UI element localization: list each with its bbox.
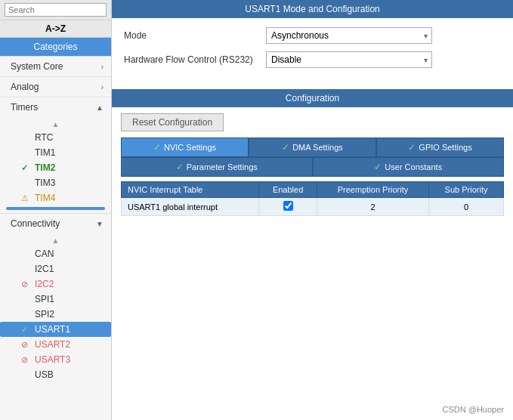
check-icon-dma: ✓ <box>282 142 289 153</box>
chevron-icon: ▲ <box>96 103 104 112</box>
interrupt-name: USART1 global interrupt <box>122 198 259 216</box>
table-header-interrupt: NVIC Interrupt Table <box>122 182 259 198</box>
chevron-icon: › <box>101 63 104 71</box>
sub-priority-cell: 0 <box>429 198 504 216</box>
sidebar-item-spi2[interactable]: SPI2 <box>0 307 111 322</box>
status-icon-usart1: ✓ <box>21 325 32 335</box>
status-icon-tim2: ✓ <box>21 163 32 173</box>
sidebar-group-connectivity[interactable]: Connectivity ▼ <box>0 213 111 233</box>
enabled-checkbox[interactable] <box>283 201 293 211</box>
tab-parameter-settings[interactable]: ✓ Parameter Settings <box>121 157 313 177</box>
sidebar-item-usart1[interactable]: ✓ USART1 <box>0 322 111 337</box>
config-tabs-row1: ✓ NVIC Settings ✓ DMA Settings ✓ GPIO Se… <box>121 137 504 157</box>
sidebar-item-tim1[interactable]: TIM1 <box>0 145 111 160</box>
sidebar-item-tim2[interactable]: ✓ TIM2 <box>0 160 111 175</box>
connectivity-items: ▲ CAN I2C1 ⊘ I2C2 SPI1 SPI2 ✓ USART1 ⊘ U… <box>0 233 111 384</box>
main-content: USART1 Mode and Configuration Mode Async… <box>112 0 513 420</box>
mode-row: Mode Asynchronous Synchronous Disable <box>124 27 501 44</box>
sidebar-item-i2c2[interactable]: ⊘ I2C2 <box>0 276 111 292</box>
config-body: Reset Configuration ✓ NVIC Settings ✓ DM… <box>112 107 513 222</box>
scroll-up-indicator: ▲ <box>0 119 111 130</box>
scroll-up-indicator-conn: ▲ <box>0 235 111 246</box>
sidebar-item-usart2[interactable]: ⊘ USART2 <box>0 337 111 352</box>
preemption-cell: 2 <box>317 198 429 216</box>
enabled-cell <box>259 198 317 216</box>
chevron-icon: › <box>101 83 104 91</box>
check-icon-user: ✓ <box>374 162 382 172</box>
mode-label: Mode <box>124 30 260 41</box>
tab-dma-settings[interactable]: ✓ DMA Settings <box>249 137 376 157</box>
status-icon-usart2: ⊘ <box>21 340 32 350</box>
search-bar <box>0 0 111 20</box>
sidebar-item-rtc[interactable]: RTC <box>0 130 111 145</box>
flow-control-select-wrapper: Disable CTS Only RTS Only CTS/RTS <box>266 51 432 68</box>
progress-bar-timers <box>6 207 105 210</box>
check-icon-nvic: ✓ <box>153 142 161 153</box>
flow-control-select[interactable]: Disable CTS Only RTS Only CTS/RTS <box>266 51 432 68</box>
tab-nvic-settings[interactable]: ✓ NVIC Settings <box>121 137 249 157</box>
sidebar: A->Z Categories System Core › Analog › T… <box>0 0 112 420</box>
status-icon-usart3: ⊘ <box>21 355 32 365</box>
sidebar-item-tim4[interactable]: ⚠ TIM4 <box>0 190 111 205</box>
sidebar-item-tim3[interactable]: TIM3 <box>0 175 111 190</box>
mode-select-wrapper: Asynchronous Synchronous Disable <box>266 27 432 44</box>
config-tabs-row2: ✓ Parameter Settings ✓ User Constants <box>121 157 504 177</box>
reset-config-button[interactable]: Reset Configuration <box>121 113 224 131</box>
mode-section: Mode Asynchronous Synchronous Disable Ha… <box>112 18 513 85</box>
mode-select[interactable]: Asynchronous Synchronous Disable <box>266 27 432 44</box>
table-header-preemption: Preemption Priority <box>317 182 429 198</box>
config-section-header: Configuration <box>112 89 513 107</box>
nvic-table: NVIC Interrupt Table Enabled Preemption … <box>121 181 504 216</box>
chevron-icon: ▼ <box>96 220 104 228</box>
status-icon-i2c2: ⊘ <box>21 279 32 289</box>
tab-user-constants[interactable]: ✓ User Constants <box>313 157 505 177</box>
table-header-sub: Sub Priority <box>429 182 504 198</box>
table-header-enabled: Enabled <box>259 182 317 198</box>
sidebar-group-system-core[interactable]: System Core › <box>0 56 111 76</box>
sidebar-item-can[interactable]: CAN <box>0 246 111 261</box>
flow-control-row: Hardware Flow Control (RS232) Disable CT… <box>124 51 501 68</box>
status-icon-tim4: ⚠ <box>21 193 32 203</box>
timers-items: ▲ RTC TIM1 ✓ TIM2 TIM3 ⚠ TIM4 <box>0 117 111 213</box>
sidebar-group-timers[interactable]: Timers ▲ <box>0 97 111 117</box>
sidebar-item-usb[interactable]: USB <box>0 367 111 382</box>
tab-gpio-settings[interactable]: ✓ GPIO Settings <box>376 137 504 157</box>
sidebar-item-spi1[interactable]: SPI1 <box>0 292 111 307</box>
sidebar-item-i2c1[interactable]: I2C1 <box>0 261 111 276</box>
watermark: CSDN @Huoper <box>443 405 504 414</box>
main-title: USART1 Mode and Configuration <box>112 0 513 18</box>
search-input[interactable] <box>5 3 107 17</box>
sidebar-group-analog[interactable]: Analog › <box>0 76 111 97</box>
flow-control-label: Hardware Flow Control (RS232) <box>124 54 260 65</box>
table-row: USART1 global interrupt 2 0 <box>122 198 504 216</box>
check-icon-param: ✓ <box>176 162 184 172</box>
sidebar-item-usart3[interactable]: ⊘ USART3 <box>0 352 111 367</box>
categories-button[interactable]: Categories <box>0 38 111 56</box>
az-sort-button[interactable]: A->Z <box>0 20 111 38</box>
check-icon-gpio: ✓ <box>408 142 416 153</box>
